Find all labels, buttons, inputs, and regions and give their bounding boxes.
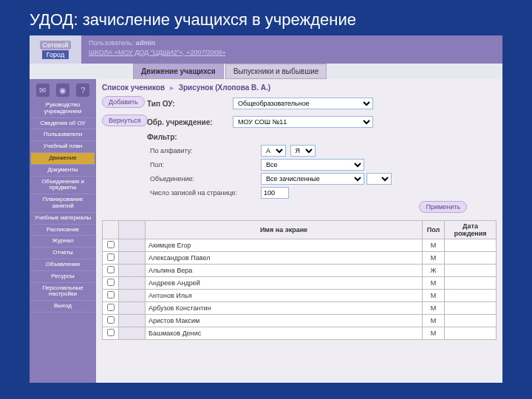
row-name[interactable]: Акимцев Егор [146,239,423,252]
row-dob [445,239,497,252]
row-name[interactable]: Арбузов Константин [146,302,423,315]
nav-reports[interactable]: Отчеты [31,248,95,259]
row-dob [445,265,497,277]
nav-info[interactable]: Сведения об ОУ [31,118,95,130]
row-dob [445,302,497,315]
row-checkbox[interactable] [107,241,115,248]
nav-planning[interactable]: Планирование занятий [31,194,95,213]
inst-select[interactable]: МОУ СОШ №11 [233,116,373,128]
bc-current: Зрисунок (Хлопова В. А.) [179,83,271,92]
app-logo: Сетевой Город [30,35,81,64]
table-row: Арбузов КонстантинМ [103,302,497,315]
nav-plan[interactable]: Учебный план [31,141,95,153]
row-gender: М [423,315,445,327]
type-label: Тип ОУ: [147,100,228,108]
th-check [103,221,119,239]
row-group [119,290,146,302]
row-gender: М [423,290,445,302]
table-row: Акимцев ЕгорМ [103,239,497,252]
row-group [119,252,146,265]
tab-movement[interactable]: Движение учащихся [133,64,224,79]
user-name: admin [135,39,155,47]
row-dob [445,252,497,265]
row-dob [445,277,497,290]
row-name[interactable]: Александров Павел [146,252,423,265]
table-row: Андреев АндрейМ [103,277,497,290]
user-label: Пользователь: [89,39,134,47]
row-checkbox[interactable] [107,266,115,273]
f-assoc-label: Объединение: [150,175,261,183]
app-window: Сетевой Город Пользователь: admin ШКОЛА … [30,35,502,383]
nav-resources[interactable]: Ресурсы [31,271,95,283]
nav-journal[interactable]: Журнал [31,236,95,248]
school-link[interactable]: ШКОЛА «МОУ ДОД "ЦДШИ2"», «2007/2008» [89,49,225,56]
add-button[interactable]: Добавить [102,96,145,108]
row-dob [445,327,497,340]
table-row: Аристов МаксимМ [103,315,497,327]
bc-sep-icon: ▸ [170,83,174,92]
breadcrumb: Список учеников ▸ Зрисунок (Хлопова В. А… [102,83,497,92]
th-dob: Дата рождения [445,221,497,239]
tab-bar: Движение учащихся Выпускники и выбывшие [133,64,502,79]
slide-title: УДОД: зачисление учащихся в учреждение [0,0,532,35]
nav-users[interactable]: Пользователи [31,129,95,141]
row-dob [445,290,497,302]
mail-icon[interactable]: ✉ [36,83,50,97]
f-gender-label: Пол: [150,161,261,168]
row-name[interactable]: Альпина Вера [146,265,423,277]
row-gender: М [423,327,445,340]
nav-exit[interactable]: Выход [31,301,95,313]
nav-schedule[interactable]: Расписание [31,225,95,236]
row-checkbox[interactable] [107,279,115,286]
th-gender: Пол [423,221,445,239]
row-name[interactable]: Антонов Илья [146,290,423,302]
row-name[interactable]: Андреев Андрей [146,277,423,290]
bc-list[interactable]: Список учеников [102,83,165,92]
f-alpha-label: По алфавиту: [150,147,261,154]
help-icon[interactable]: ? [76,83,89,97]
globe-icon[interactable]: ◉ [56,83,69,97]
row-group [119,315,146,327]
f-gender-select[interactable]: Все [261,159,364,171]
nav-movement[interactable]: Движение [31,153,95,165]
f-assoc-select[interactable]: Все зачисленные [261,173,364,185]
row-group [119,302,146,315]
row-group [119,239,146,252]
table-row: Башмаков ДенисМ [103,327,497,340]
table-row: Антонов ИльяМ [103,290,497,302]
row-checkbox[interactable] [107,253,115,261]
row-name[interactable]: Башмаков Денис [146,327,423,340]
nav-assoc[interactable]: Объединения и предметы [31,177,95,195]
back-button[interactable]: Вернуться [102,115,148,126]
nav-settings[interactable]: Персональные настройки [31,283,95,301]
th-group [119,221,146,239]
f-count-input[interactable] [261,187,289,199]
row-gender: М [423,252,445,265]
row-gender: М [423,277,445,290]
row-dob [445,315,497,327]
f-alpha-from[interactable]: А [261,145,286,157]
row-checkbox[interactable] [107,291,115,299]
content-area: Список учеников ▸ Зрисунок (Хлопова В. А… [96,79,502,383]
nav-docs[interactable]: Документы [31,165,95,177]
topbar: Сетевой Город Пользователь: admin ШКОЛА … [30,35,502,64]
row-gender: М [423,302,445,315]
sidebar: ✉ ◉ ? Руководство учреждением Сведения о… [30,79,96,383]
type-select[interactable]: Общеобразовательное [233,98,373,109]
nav-materials[interactable]: Учебные материалы [31,213,95,225]
row-group [119,327,146,340]
students-table: Имя на экране Пол Дата рождения Акимцев … [102,220,497,340]
row-name[interactable]: Аристов Максим [146,315,423,327]
table-row: Александров ПавелМ [103,252,497,265]
table-row: Альпина ВераЖ [103,265,497,277]
nav-announce[interactable]: Объявления [31,259,95,271]
f-assoc-sub[interactable] [366,173,392,185]
apply-button[interactable]: Применить [419,201,467,213]
f-alpha-to[interactable]: Я [290,145,316,157]
nav-management[interactable]: Руководство учреждением [31,100,95,118]
tab-graduates[interactable]: Выпускники и выбывшие [225,64,327,79]
row-checkbox[interactable] [107,329,115,336]
row-checkbox[interactable] [107,316,115,324]
row-checkbox[interactable] [107,304,115,311]
th-name: Имя на экране [146,221,423,239]
